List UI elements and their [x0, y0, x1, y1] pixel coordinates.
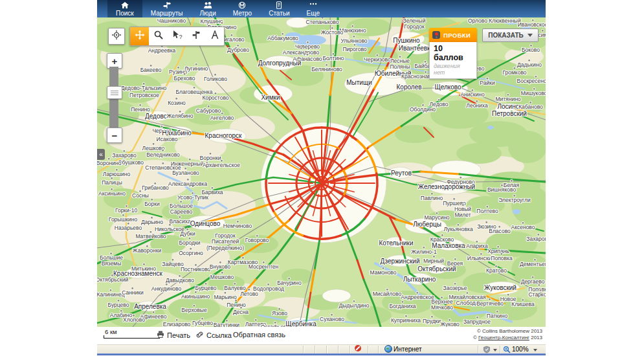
map-place-label: Пушкино: [393, 37, 419, 44]
map-place-label: Суханово: [320, 313, 344, 322]
map-place-label: Бурцево: [108, 299, 129, 308]
tab-articles[interactable]: Статьи: [260, 0, 298, 17]
zoom-chevron-icon[interactable]: [533, 349, 537, 351]
map-place-label: Мишуково: [521, 87, 546, 96]
traffic-button[interactable]: ПРОБКИ: [429, 28, 477, 42]
map-place-label: Анискино: [460, 89, 484, 98]
tab-people[interactable]: Люди: [192, 0, 225, 17]
map-place-label: Чиверево: [295, 41, 320, 50]
map-place-label: Александровка: [168, 178, 207, 187]
feedback-link[interactable]: Обратная связь: [233, 331, 285, 339]
map-place-label: Козино: [168, 97, 186, 106]
top-navigation: ПоискМаршрутыЛюдиМетроСтатьиЕще: [97, 0, 546, 17]
map-place-label: Вертячево: [476, 298, 504, 307]
map-place-label: Юбилейный: [375, 70, 412, 77]
map-place-label: Десна: [233, 306, 249, 315]
map-toolbar: ?: [129, 27, 225, 46]
map-place-label: Дарьино: [141, 216, 163, 225]
signpost-tool[interactable]: [186, 27, 205, 45]
map-place-label: Верхнее Мячково: [431, 296, 453, 311]
map-place-label: Рузино: [169, 66, 187, 75]
share-label: Ссылка: [206, 331, 232, 339]
map-place-label: Захарово: [112, 150, 136, 159]
traffic-info-panel: 10 баллов движения нет: [429, 42, 477, 79]
tab-routes[interactable]: Маршруты: [142, 0, 192, 17]
tab-label: Статьи: [269, 10, 289, 17]
map-place-label: Усово-Тупик: [177, 192, 208, 201]
map-place-label: Лешково: [142, 142, 165, 151]
map-place-label: Говорово: [245, 234, 269, 243]
map-place-label: Афинеево: [140, 311, 167, 320]
map-place-label: Лесные Поляны: [390, 55, 410, 71]
zoom-out-button[interactable]: −: [107, 128, 122, 143]
panel-collapse-tab[interactable]: «: [97, 149, 105, 160]
map-place-label: Барвиха: [201, 186, 223, 195]
traffic-light-icon: [432, 31, 440, 39]
map-place-label: Клюквенный: [489, 17, 520, 24]
map-place-label: Реутов: [391, 170, 412, 177]
map-place-label: Александрово: [283, 47, 319, 56]
measure-ruler-icon: [210, 30, 220, 43]
map-place-label: Исаково: [157, 133, 178, 142]
map-place-label: Осоргино: [179, 247, 203, 256]
geocenter-link[interactable]: Геоцентр-Консалтинг: [478, 335, 529, 340]
show-button[interactable]: ПОКАЗАТЬ: [482, 28, 539, 42]
locate-button[interactable]: [108, 28, 125, 45]
map-place-label: Одинцово: [190, 220, 220, 227]
map-place-label: Ангелово: [210, 112, 234, 121]
map-place-label: Манюхино: [339, 25, 366, 34]
protected-mode-chevron-icon[interactable]: [493, 349, 497, 351]
map-place-label: Ларюшино: [103, 168, 130, 177]
map-place-label: Кратово: [486, 265, 507, 274]
map-place-label: Борки: [144, 198, 160, 207]
scale-bar: 6 км: [104, 328, 160, 339]
map-place-label: Ледово: [430, 98, 449, 107]
map-place-label: Бузланово: [172, 167, 199, 176]
what-is-here-tool[interactable]: ?: [168, 27, 186, 45]
map-place-label: Коростово: [202, 92, 228, 101]
scale-label: 6 км: [105, 328, 160, 335]
map-place-label: Павлино: [421, 192, 443, 201]
security-zone-label: Интернет: [394, 346, 422, 353]
map-place-label: Дыдылдино: [339, 300, 369, 309]
measure-tool[interactable]: [205, 27, 224, 45]
map-place-label: Палицы: [102, 177, 122, 186]
zoom-slider-handle[interactable]: [107, 86, 122, 99]
print-link[interactable]: Печать: [157, 331, 190, 339]
map-place-label: Лукьяновка: [443, 223, 472, 232]
map-canvas[interactable]: КлушиноВладычиноЧашниковоЖигаловоАббакум…: [97, 17, 546, 327]
map-place-label: Октябрьский: [417, 265, 456, 273]
map-place-label: Елизарово: [163, 318, 191, 327]
map-place-label: Зеленый Городок: [403, 17, 426, 30]
cursor-question-icon: ?: [172, 30, 183, 43]
tab-label: Еще: [307, 10, 320, 17]
map-place-label: Захарово: [526, 233, 546, 242]
magnifier-tool[interactable]: [149, 27, 168, 45]
map-place-label: Мирный: [423, 255, 444, 264]
map-place-label: Октябрьский: [97, 274, 128, 283]
blocked-content-icon: [355, 345, 361, 351]
tab-metro[interactable]: Метро: [225, 0, 260, 17]
map-place-label: Водопровод: [253, 283, 284, 292]
map-place-label: Дедово-Талызино: [121, 82, 167, 91]
map-place-label: Кабаново: [518, 101, 543, 110]
pan-tool[interactable]: [130, 27, 149, 45]
map-place-label: Боково: [522, 44, 540, 53]
map-place-label: Аббакумово: [267, 32, 298, 41]
tab-more[interactable]: Еще: [298, 0, 328, 17]
map-place-label: Федурново: [447, 176, 474, 185]
share-link[interactable]: Ссылка: [195, 331, 232, 340]
map-place-label: Ильинский: [467, 252, 494, 261]
map-place-label: Мосрентген: [249, 261, 279, 270]
map-place-label: Пуршево: [443, 197, 466, 206]
tab-search[interactable]: Поиск: [107, 0, 142, 17]
browser-zoom-level[interactable]: 100%: [512, 346, 529, 353]
map-place-label: Аксеново: [511, 221, 535, 230]
map-place-label: Богданиха: [389, 300, 416, 309]
map-place-label: Афанасово: [293, 53, 322, 62]
map-place-label: Хлопово: [123, 314, 145, 323]
map-place-label: Инженерный-1: [171, 158, 208, 167]
map-place-label: Давыдково: [166, 274, 194, 284]
map-place-label: Хрипань: [487, 245, 509, 254]
search-icon: [153, 30, 164, 43]
